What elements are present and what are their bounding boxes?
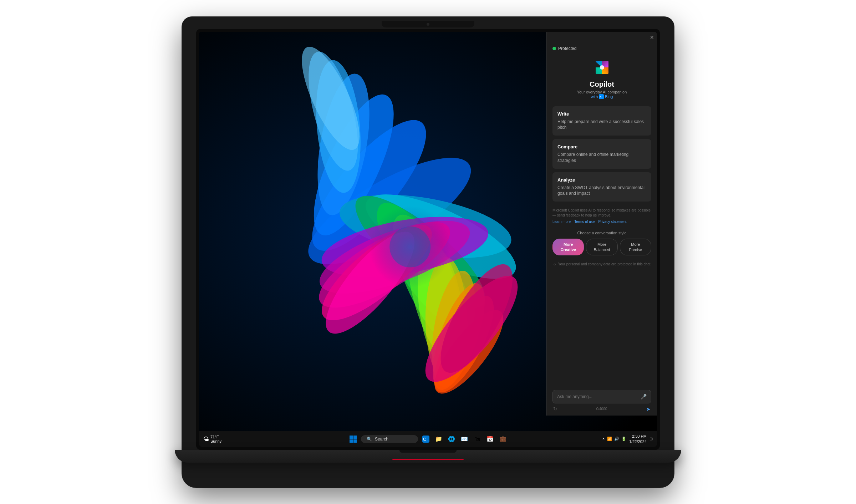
refresh-icon[interactable]: ↻	[553, 406, 557, 412]
suggestion-card-write[interactable]: Write Help me prepare and write a succes…	[552, 106, 651, 136]
taskbar: 🌤 71°F Sunny	[199, 431, 657, 447]
taskbar-app-edge[interactable]: 🌐	[447, 434, 457, 444]
terms-link[interactable]: Terms of use	[574, 219, 595, 224]
camera-dot	[427, 23, 429, 26]
style-buttons: MoreCreative MoreBalanced MorePrecise	[552, 239, 651, 255]
clock-date: 1/22/2024	[629, 439, 647, 444]
windows-start-button[interactable]	[348, 434, 358, 444]
copilot-body: Protected	[547, 43, 657, 386]
minimize-button[interactable]: —	[641, 35, 646, 40]
wallpaper: — ✕ Protected	[199, 32, 657, 431]
style-label: Choose a conversation style	[552, 231, 651, 235]
windows-logo-icon	[350, 436, 357, 443]
search-label: Search	[375, 437, 388, 442]
taskbar-app-teams[interactable]: 💼	[498, 434, 508, 444]
logo-area: Copilot Your everyday AI companion with …	[552, 55, 651, 106]
svg-text:b: b	[600, 95, 602, 99]
suggestion-card-write-body: Help me prepare and write a successful s…	[557, 119, 646, 131]
suggestion-card-analyze[interactable]: Analyze Create a SWOT analysis about env…	[552, 172, 651, 202]
svg-point-28	[389, 226, 430, 267]
protected-badge: Protected	[552, 43, 651, 55]
chat-footer: ↻ 0/4000 ➤	[552, 406, 651, 412]
protected-dot	[552, 47, 556, 50]
tools-row: ↻	[553, 406, 557, 412]
suggestion-card-write-title: Write	[557, 111, 646, 117]
protected-label: Protected	[558, 46, 576, 51]
clock[interactable]: 2:30 PM 1/22/2024	[629, 434, 647, 444]
disclaimer-links: Learn more Terms of use Privacy statemen…	[552, 219, 651, 224]
taskbar-right: ∧ 📶 🔊 🔋 2:30 PM 1/22/2024 ⊞	[602, 434, 653, 444]
bing-badge: with b Bing	[591, 94, 613, 99]
svg-rect-34	[350, 439, 353, 443]
screen: — ✕ Protected	[199, 32, 657, 447]
bing-icon: b	[599, 94, 604, 99]
copilot-logo-icon	[593, 58, 611, 77]
weather-icon: 🌤	[203, 436, 209, 442]
weather-temp: 71°F	[210, 435, 221, 439]
suggestion-card-analyze-title: Analyze	[557, 177, 646, 183]
chat-input[interactable]	[557, 394, 638, 399]
chat-input-area: 🎤 ↻ 0/4000 ➤	[547, 386, 657, 416]
weather-condition: Sunny	[210, 439, 221, 443]
battery-icon: 🔋	[621, 437, 626, 441]
clock-time: 2:30 PM	[629, 434, 647, 439]
suggestion-card-analyze-body: Create a SWOT analysis about environment…	[557, 185, 646, 197]
laptop-base	[175, 450, 681, 463]
suggestion-card-compare-body: Compare online and offline marketing str…	[557, 152, 646, 164]
taskbar-app-file-explorer[interactable]: 📁	[434, 434, 444, 444]
char-count: 0/4000	[596, 407, 607, 411]
close-button[interactable]: ✕	[650, 35, 654, 40]
style-balanced-button[interactable]: MoreBalanced	[586, 239, 617, 255]
show-desktop-button[interactable]: ⊞	[649, 437, 653, 441]
wifi-icon: 📶	[607, 437, 612, 441]
copilot-titlebar: — ✕	[547, 32, 657, 43]
disclaimer: Microsoft Copilot uses AI to respond, so…	[552, 208, 651, 224]
laptop-outer: — ✕ Protected	[182, 17, 674, 488]
copilot-title: Copilot	[590, 80, 614, 88]
copilot-taskbar-icon: C	[422, 436, 429, 443]
chat-input-box: 🎤	[552, 390, 651, 403]
weather-widget: 🌤 71°F Sunny	[203, 435, 221, 443]
hinge-notch	[399, 450, 457, 453]
suggestion-card-compare[interactable]: Compare Compare online and offline marke…	[552, 139, 651, 169]
taskbar-app-mail[interactable]: 📧	[459, 434, 469, 444]
copilot-panel: — ✕ Protected	[546, 32, 657, 416]
svg-text:C: C	[423, 437, 426, 442]
style-creative-button[interactable]: MoreCreative	[552, 239, 584, 255]
taskbar-app-store[interactable]: 🛍	[472, 434, 482, 444]
microphone-icon[interactable]: 🎤	[641, 394, 647, 399]
svg-rect-35	[353, 439, 357, 443]
data-protected: ○ Your personal and company data are pro…	[552, 262, 651, 267]
system-tray: ∧ 📶 🔊 🔋	[602, 437, 626, 441]
camera-bar	[382, 21, 474, 27]
taskbar-copilot-button[interactable]: C	[421, 434, 431, 444]
svg-rect-33	[353, 436, 357, 439]
copilot-subtitle: Your everyday AI companion	[577, 90, 627, 94]
svg-point-29	[600, 65, 604, 70]
conversation-style: Choose a conversation style MoreCreative…	[552, 231, 651, 255]
suggestion-card-compare-title: Compare	[557, 144, 646, 149]
privacy-link[interactable]: Privacy statement	[598, 219, 626, 224]
volume-icon: 🔊	[614, 437, 619, 441]
learn-more-link[interactable]: Learn more	[552, 219, 571, 224]
search-bar[interactable]: 🔍 Search	[361, 435, 418, 443]
taskbar-app-outlook[interactable]: 📅	[485, 434, 495, 444]
send-button[interactable]: ➤	[646, 406, 651, 412]
svg-rect-32	[350, 436, 353, 439]
search-icon: 🔍	[367, 437, 372, 442]
taskbar-left: 🌤 71°F Sunny	[203, 435, 221, 443]
taskbar-center: 🔍 Search C 📁 🌐 📧 🛍 📅	[348, 434, 508, 444]
screen-bezel: — ✕ Protected	[196, 29, 660, 450]
style-precise-button[interactable]: MorePrecise	[620, 239, 651, 255]
tray-chevron[interactable]: ∧	[602, 437, 605, 441]
